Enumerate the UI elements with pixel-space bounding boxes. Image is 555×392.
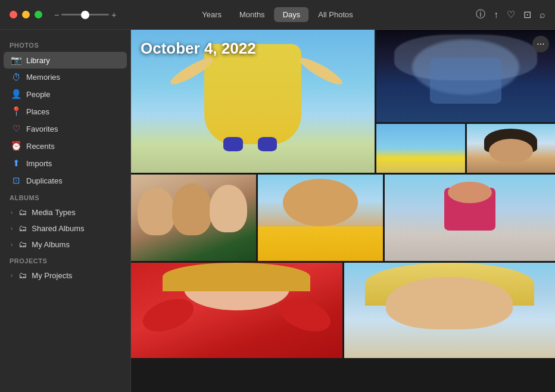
sidebar-item-people[interactable]: 👤 People xyxy=(4,86,127,102)
sidebar-item-library-label: Library xyxy=(26,56,50,65)
folder-icon-2: 🗂 xyxy=(18,223,27,233)
sidebar-item-places-label: Places xyxy=(26,107,49,116)
sidebar-item-imports-label: Imports xyxy=(26,159,52,168)
sidebar-item-media-types-label: Media Types xyxy=(32,208,75,217)
search-icon[interactable]: ⌕ xyxy=(540,10,545,20)
sidebar-item-people-label: People xyxy=(26,90,50,99)
titlebar: − + Years Months Days All Photos ⓘ ↑ ♡ ⊡… xyxy=(0,0,555,30)
folder-icon-3: 🗂 xyxy=(18,239,27,249)
photo-smile-yellow[interactable] xyxy=(258,175,383,261)
sidebar-item-shared-albums-label: Shared Albums xyxy=(32,224,84,233)
sidebar-item-library[interactable]: 📷 Library xyxy=(4,52,127,69)
sidebar-item-duplicates[interactable]: ⊡ Duplicates xyxy=(4,172,127,189)
photo-girl-yellow[interactable]: October 4, 2022 xyxy=(131,30,375,173)
sidebar-item-my-projects-label: My Projects xyxy=(32,271,72,280)
photo-sky-small[interactable] xyxy=(376,124,465,173)
photo-dance-pink[interactable] xyxy=(385,175,555,261)
duplicates-icon: ⊡ xyxy=(11,175,21,186)
main-layout: Photos 📷 Library ⏱ Memories 👤 People 📍 P… xyxy=(0,30,555,392)
sidebar-item-favorites-label: Favorites xyxy=(26,125,58,133)
content-area: October 4, 2022 xyxy=(131,30,555,392)
sidebar-item-my-albums[interactable]: › 🗂 My Albums xyxy=(4,237,127,252)
library-icon: 📷 xyxy=(11,55,21,66)
info-icon[interactable]: ⓘ xyxy=(476,8,485,21)
sidebar-item-my-albums-label: My Albums xyxy=(32,240,70,249)
photo-friends-selected[interactable] xyxy=(131,175,256,261)
tab-allphotos[interactable]: All Photos xyxy=(310,7,361,22)
chevron-right-icon-2: › xyxy=(11,225,13,232)
frame-icon[interactable]: ⊡ xyxy=(523,9,531,20)
people-icon: 👤 xyxy=(11,89,21,99)
photo-red-outfit[interactable] xyxy=(131,263,342,358)
memories-icon: ⏱ xyxy=(11,72,21,82)
sidebar-item-recents-label: Recents xyxy=(26,142,55,151)
sidebar-item-memories[interactable]: ⏱ Memories xyxy=(4,69,127,85)
chevron-right-icon: › xyxy=(11,209,13,216)
zoom-slider[interactable] xyxy=(61,14,109,15)
favorites-icon: ♡ xyxy=(11,123,21,134)
tab-months[interactable]: Months xyxy=(231,7,273,22)
photo-water-splash[interactable]: ··· xyxy=(376,30,555,122)
sidebar-item-media-types[interactable]: › 🗂 Media Types xyxy=(4,204,127,220)
folder-icon: 🗂 xyxy=(18,207,27,217)
sidebar: Photos 📷 Library ⏱ Memories 👤 People 📍 P… xyxy=(0,30,131,392)
heart-icon[interactable]: ♡ xyxy=(507,9,515,20)
sidebar-item-places[interactable]: 📍 Places xyxy=(4,103,127,120)
places-icon: 📍 xyxy=(11,106,21,117)
zoom-control: − + xyxy=(54,10,116,20)
folder-icon-4: 🗂 xyxy=(18,270,27,280)
fullscreen-button[interactable] xyxy=(35,11,42,18)
sidebar-item-shared-albums[interactable]: › 🗂 Shared Albums xyxy=(4,220,127,236)
more-options-button[interactable]: ··· xyxy=(532,36,549,52)
window-controls xyxy=(0,11,42,18)
chevron-right-icon-3: › xyxy=(11,241,13,248)
sidebar-item-duplicates-label: Duplicates xyxy=(26,176,63,185)
recents-icon: ⏰ xyxy=(11,141,21,151)
photo-portrait-small[interactable] xyxy=(467,124,556,173)
sidebar-item-favorites[interactable]: ♡ Favorites xyxy=(4,120,127,137)
sidebar-section-albums: Albums xyxy=(0,189,130,204)
sidebar-item-recents[interactable]: ⏰ Recents xyxy=(4,138,127,154)
nav-tabs: Years Months Days All Photos xyxy=(194,7,361,22)
sidebar-item-memories-label: Memories xyxy=(26,73,60,82)
date-header: October 4, 2022 xyxy=(141,39,256,58)
minimize-button[interactable] xyxy=(22,11,30,18)
imports-icon: ⬆ xyxy=(11,158,21,169)
titlebar-actions: ⓘ ↑ ♡ ⊡ ⌕ xyxy=(476,8,545,21)
sidebar-section-projects: Projects xyxy=(0,253,130,267)
zoom-in-button[interactable]: + xyxy=(111,10,116,20)
photo-blonde-portrait[interactable] xyxy=(344,263,556,358)
sidebar-item-my-projects[interactable]: › 🗂 My Projects xyxy=(4,267,127,283)
sidebar-section-photos: Photos xyxy=(0,37,130,51)
tab-days[interactable]: Days xyxy=(275,7,309,22)
tab-years[interactable]: Years xyxy=(194,7,230,22)
photo-grid: October 4, 2022 xyxy=(131,30,555,358)
share-icon[interactable]: ↑ xyxy=(494,10,498,20)
close-button[interactable] xyxy=(10,11,17,18)
chevron-right-icon-4: › xyxy=(11,272,13,279)
zoom-out-button[interactable]: − xyxy=(54,10,59,20)
sidebar-item-imports[interactable]: ⬆ Imports xyxy=(4,155,127,172)
